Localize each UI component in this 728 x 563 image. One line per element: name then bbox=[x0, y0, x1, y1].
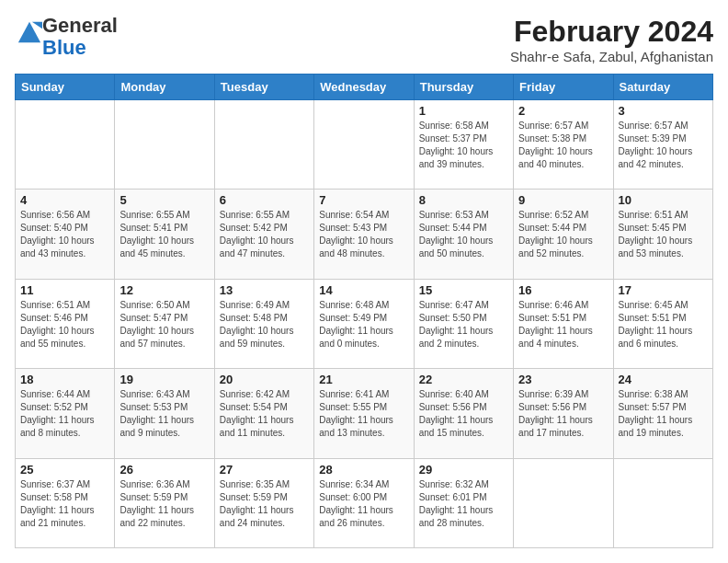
calendar-cell: 22Sunrise: 6:40 AMSunset: 5:56 PMDayligh… bbox=[414, 369, 513, 458]
day-number: 17 bbox=[619, 283, 708, 297]
week-row-1: 1Sunrise: 6:58 AMSunset: 5:37 PMDaylight… bbox=[16, 100, 713, 190]
day-info: Sunrise: 6:41 AMSunset: 5:55 PMDaylight:… bbox=[319, 388, 408, 440]
day-info: Sunrise: 6:43 AMSunset: 5:53 PMDaylight:… bbox=[119, 388, 209, 440]
day-info: Sunrise: 6:57 AMSunset: 5:39 PMDaylight:… bbox=[619, 120, 708, 171]
day-info: Sunrise: 6:51 AMSunset: 5:46 PMDaylight:… bbox=[20, 299, 109, 350]
day-info: Sunrise: 6:42 AMSunset: 5:54 PMDaylight:… bbox=[220, 388, 309, 440]
logo-blue: Blue bbox=[42, 36, 86, 59]
title-block: February 2024 Shahr-e Safa, Zabul, Afgha… bbox=[510, 15, 713, 64]
calendar-cell bbox=[214, 100, 313, 190]
calendar-cell: 6Sunrise: 6:55 AMSunset: 5:42 PMDaylight… bbox=[214, 190, 313, 279]
day-number: 4 bbox=[20, 193, 109, 207]
page: General Blue February 2024 Shahr-e Safa,… bbox=[0, 0, 728, 563]
day-header-wednesday: Wednesday bbox=[314, 75, 414, 100]
calendar-subtitle: Shahr-e Safa, Zabul, Afghanistan bbox=[510, 49, 713, 64]
day-info: Sunrise: 6:35 AMSunset: 5:59 PMDaylight:… bbox=[220, 478, 309, 530]
calendar-cell: 19Sunrise: 6:43 AMSunset: 5:53 PMDayligh… bbox=[115, 369, 214, 458]
calendar-cell: 3Sunrise: 6:57 AMSunset: 5:39 PMDaylight… bbox=[613, 100, 712, 190]
day-info: Sunrise: 6:49 AMSunset: 5:48 PMDaylight:… bbox=[220, 299, 309, 350]
day-info: Sunrise: 6:38 AMSunset: 5:57 PMDaylight:… bbox=[619, 388, 708, 440]
day-number: 23 bbox=[518, 373, 608, 386]
day-info: Sunrise: 6:57 AMSunset: 5:38 PMDaylight:… bbox=[518, 120, 608, 171]
day-info: Sunrise: 6:53 AMSunset: 5:44 PMDaylight:… bbox=[419, 209, 508, 260]
calendar-cell: 4Sunrise: 6:56 AMSunset: 5:40 PMDaylight… bbox=[16, 190, 115, 279]
day-info: Sunrise: 6:46 AMSunset: 5:51 PMDaylight:… bbox=[518, 299, 608, 350]
week-row-3: 11Sunrise: 6:51 AMSunset: 5:46 PMDayligh… bbox=[16, 279, 713, 368]
svg-marker-1 bbox=[32, 22, 42, 29]
day-number: 14 bbox=[319, 283, 408, 297]
day-info: Sunrise: 6:58 AMSunset: 5:37 PMDaylight:… bbox=[419, 120, 508, 171]
logo-general: General bbox=[42, 14, 118, 37]
calendar-cell: 20Sunrise: 6:42 AMSunset: 5:54 PMDayligh… bbox=[214, 369, 313, 458]
header: General Blue February 2024 Shahr-e Safa,… bbox=[15, 15, 713, 64]
day-info: Sunrise: 6:56 AMSunset: 5:40 PMDaylight:… bbox=[20, 209, 109, 260]
day-info: Sunrise: 6:48 AMSunset: 5:49 PMDaylight:… bbox=[319, 299, 408, 350]
day-header-saturday: Saturday bbox=[613, 75, 712, 100]
calendar-cell: 1Sunrise: 6:58 AMSunset: 5:37 PMDaylight… bbox=[414, 100, 513, 190]
day-number: 1 bbox=[419, 104, 508, 118]
calendar-cell: 14Sunrise: 6:48 AMSunset: 5:49 PMDayligh… bbox=[314, 279, 414, 368]
calendar-cell: 21Sunrise: 6:41 AMSunset: 5:55 PMDayligh… bbox=[314, 369, 414, 458]
calendar-cell: 25Sunrise: 6:37 AMSunset: 5:58 PMDayligh… bbox=[16, 458, 115, 547]
day-header-thursday: Thursday bbox=[414, 75, 513, 100]
day-info: Sunrise: 6:55 AMSunset: 5:41 PMDaylight:… bbox=[119, 209, 209, 260]
day-number: 19 bbox=[119, 373, 209, 386]
day-header-tuesday: Tuesday bbox=[214, 75, 313, 100]
calendar-cell: 16Sunrise: 6:46 AMSunset: 5:51 PMDayligh… bbox=[514, 279, 613, 368]
day-number: 5 bbox=[119, 193, 209, 207]
calendar-cell: 11Sunrise: 6:51 AMSunset: 5:46 PMDayligh… bbox=[16, 279, 115, 368]
logo: General Blue bbox=[15, 15, 118, 59]
calendar-cell: 23Sunrise: 6:39 AMSunset: 5:56 PMDayligh… bbox=[514, 369, 613, 458]
logo-icon bbox=[17, 20, 42, 46]
calendar-cell: 26Sunrise: 6:36 AMSunset: 5:59 PMDayligh… bbox=[115, 458, 214, 547]
calendar-cell: 15Sunrise: 6:47 AMSunset: 5:50 PMDayligh… bbox=[414, 279, 513, 368]
day-number: 26 bbox=[119, 463, 209, 477]
day-header-friday: Friday bbox=[514, 75, 613, 100]
calendar-cell: 12Sunrise: 6:50 AMSunset: 5:47 PMDayligh… bbox=[115, 279, 214, 368]
calendar-cell: 5Sunrise: 6:55 AMSunset: 5:41 PMDaylight… bbox=[115, 190, 214, 279]
day-header-sunday: Sunday bbox=[16, 75, 115, 100]
calendar-cell: 24Sunrise: 6:38 AMSunset: 5:57 PMDayligh… bbox=[613, 369, 712, 458]
calendar-cell: 7Sunrise: 6:54 AMSunset: 5:43 PMDaylight… bbox=[314, 190, 414, 279]
day-number: 8 bbox=[419, 193, 508, 207]
calendar-cell: 17Sunrise: 6:45 AMSunset: 5:51 PMDayligh… bbox=[613, 279, 712, 368]
day-info: Sunrise: 6:36 AMSunset: 5:59 PMDaylight:… bbox=[119, 478, 209, 530]
day-number: 10 bbox=[619, 193, 708, 207]
day-number: 18 bbox=[20, 373, 109, 386]
day-info: Sunrise: 6:55 AMSunset: 5:42 PMDaylight:… bbox=[220, 209, 309, 260]
week-row-5: 25Sunrise: 6:37 AMSunset: 5:58 PMDayligh… bbox=[16, 458, 713, 547]
calendar-cell: 27Sunrise: 6:35 AMSunset: 5:59 PMDayligh… bbox=[214, 458, 313, 547]
day-number: 24 bbox=[619, 373, 708, 386]
day-info: Sunrise: 6:40 AMSunset: 5:56 PMDaylight:… bbox=[419, 388, 508, 440]
calendar-table: SundayMondayTuesdayWednesdayThursdayFrid… bbox=[15, 74, 713, 548]
calendar-header-row: SundayMondayTuesdayWednesdayThursdayFrid… bbox=[16, 75, 713, 100]
day-number: 21 bbox=[319, 373, 408, 386]
day-info: Sunrise: 6:32 AMSunset: 6:01 PMDaylight:… bbox=[419, 478, 508, 530]
calendar-cell: 10Sunrise: 6:51 AMSunset: 5:45 PMDayligh… bbox=[613, 190, 712, 279]
calendar-cell: 2Sunrise: 6:57 AMSunset: 5:38 PMDaylight… bbox=[514, 100, 613, 190]
calendar-cell: 13Sunrise: 6:49 AMSunset: 5:48 PMDayligh… bbox=[214, 279, 313, 368]
calendar-cell: 9Sunrise: 6:52 AMSunset: 5:44 PMDaylight… bbox=[514, 190, 613, 279]
day-header-monday: Monday bbox=[115, 75, 214, 100]
day-number: 6 bbox=[220, 193, 309, 207]
calendar-cell: 28Sunrise: 6:34 AMSunset: 6:00 PMDayligh… bbox=[314, 458, 414, 547]
calendar-cell bbox=[514, 458, 613, 547]
calendar-cell bbox=[613, 458, 712, 547]
calendar-cell: 18Sunrise: 6:44 AMSunset: 5:52 PMDayligh… bbox=[16, 369, 115, 458]
day-number: 16 bbox=[518, 283, 608, 297]
day-number: 12 bbox=[119, 283, 209, 297]
week-row-2: 4Sunrise: 6:56 AMSunset: 5:40 PMDaylight… bbox=[16, 190, 713, 279]
day-info: Sunrise: 6:47 AMSunset: 5:50 PMDaylight:… bbox=[419, 299, 508, 350]
day-info: Sunrise: 6:52 AMSunset: 5:44 PMDaylight:… bbox=[518, 209, 608, 260]
day-info: Sunrise: 6:54 AMSunset: 5:43 PMDaylight:… bbox=[319, 209, 408, 260]
day-info: Sunrise: 6:39 AMSunset: 5:56 PMDaylight:… bbox=[518, 388, 608, 440]
day-info: Sunrise: 6:34 AMSunset: 6:00 PMDaylight:… bbox=[319, 478, 408, 530]
day-number: 29 bbox=[419, 463, 508, 477]
day-number: 3 bbox=[619, 104, 708, 118]
calendar-cell: 29Sunrise: 6:32 AMSunset: 6:01 PMDayligh… bbox=[414, 458, 513, 547]
day-info: Sunrise: 6:37 AMSunset: 5:58 PMDaylight:… bbox=[20, 478, 109, 530]
calendar-cell bbox=[16, 100, 115, 190]
day-number: 11 bbox=[20, 283, 109, 297]
calendar-title: February 2024 bbox=[510, 15, 713, 49]
day-info: Sunrise: 6:45 AMSunset: 5:51 PMDaylight:… bbox=[619, 299, 708, 350]
